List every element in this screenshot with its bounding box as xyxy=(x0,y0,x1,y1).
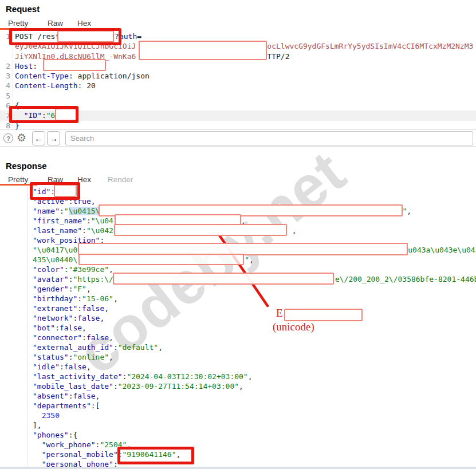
code-token: "\u0417\u0 xyxy=(33,246,77,254)
code-token: , xyxy=(127,440,131,449)
code-token: 2350 xyxy=(42,411,60,420)
code-token: "https:\/ xyxy=(73,275,113,283)
code-token: "9190641146" xyxy=(123,450,176,459)
code-token: : xyxy=(50,187,55,196)
code-token: Content-Length xyxy=(15,81,78,90)
code-line: "status":"online", xyxy=(0,352,476,362)
tab-response-hex[interactable]: Hex xyxy=(77,175,91,184)
code-token: : xyxy=(113,343,118,352)
code-line: 7 "ID":"63 xyxy=(0,111,476,120)
code-token: false xyxy=(64,362,86,371)
code-token xyxy=(33,450,42,459)
arrow-left-icon: ← xyxy=(34,133,43,143)
code-token xyxy=(33,440,42,449)
code-token: "ID" xyxy=(24,111,42,120)
prev-match-button[interactable]: ← xyxy=(32,131,45,145)
code-token: { xyxy=(15,101,19,110)
response-editor[interactable]: "id":63"active":true,"name":"\u0415\","f… xyxy=(0,187,476,469)
code-token: , xyxy=(86,362,91,371)
tab-request-pretty[interactable]: Pretty xyxy=(8,19,28,27)
help-icon[interactable]: ? xyxy=(3,133,13,143)
code-token: "status" xyxy=(33,353,69,361)
code-line: "avatar":"https:\/e\/200_200_2\/03586bfe… xyxy=(0,274,476,284)
code-token: POST /rest/ xyxy=(15,32,64,41)
code-token: "2024-04-03T12:30:02+03:00" xyxy=(127,372,247,381)
code-token: : xyxy=(118,450,123,459)
code-token: false xyxy=(82,304,104,313)
request-active-tab-underline xyxy=(0,28,37,30)
code-token: "extranet" xyxy=(33,304,77,313)
code-line: "extranet":false, xyxy=(0,304,476,313)
code-token: , xyxy=(109,333,113,342)
code-line: 2350 xyxy=(0,411,476,420)
tab-request-hex[interactable]: Hex xyxy=(77,19,91,27)
code-token: : 20 xyxy=(78,81,96,90)
code-token: "first_name" xyxy=(33,216,86,225)
code-token: : xyxy=(86,216,91,225)
code-token: Content-Type xyxy=(15,72,69,80)
search-input[interactable] xyxy=(65,131,473,145)
line-number: 5 xyxy=(0,91,10,101)
code-token: "bot" xyxy=(33,324,55,332)
bottom-clip-strip xyxy=(0,467,476,469)
code-line: "phones":{ xyxy=(0,430,476,440)
response-pane-title: Response xyxy=(6,161,47,171)
code-token: , xyxy=(407,207,411,215)
code-line: "color":"#3e99ce", xyxy=(0,265,476,274)
arrow-right-icon: → xyxy=(49,133,58,143)
code-token: "birthday" xyxy=(33,294,77,303)
line-number: 3 xyxy=(0,71,10,81)
code-token: "external_auth_id" xyxy=(33,343,113,352)
code-token: "gender" xyxy=(33,285,69,293)
code-line: ], xyxy=(0,420,476,430)
code-token: , xyxy=(91,197,96,206)
code-token: , xyxy=(109,353,113,361)
code-token: "connector" xyxy=(33,333,82,342)
code-line: "name":"\u0415\", xyxy=(0,206,476,216)
code-line: 5 xyxy=(0,91,476,101)
code-token: : xyxy=(77,304,82,313)
code-token: "work_phone" xyxy=(42,440,96,449)
tab-response-render: Render xyxy=(108,175,133,184)
code-line: "mobile_last_date":"2023-09-27T11:54:14+… xyxy=(0,381,476,391)
code-token: } xyxy=(15,121,19,130)
code-token: auth xyxy=(119,32,137,41)
code-token: : xyxy=(42,111,46,120)
message-editor-toolbar: ? ⚙ ← → xyxy=(0,129,476,147)
code-token: , xyxy=(241,216,246,225)
gear-icon[interactable]: ⚙ xyxy=(17,131,26,144)
code-token: , xyxy=(82,324,86,332)
code-token: , xyxy=(176,450,180,459)
code-token: : xyxy=(100,236,104,245)
code-token: " xyxy=(245,255,249,264)
line-number: 7 xyxy=(0,111,10,120)
code-line: "birthday":"15-06", xyxy=(0,294,476,304)
code-token: "2023-09-27T11:54:14+03:00" xyxy=(118,382,239,391)
code-token: , xyxy=(248,372,253,381)
tab-response-pretty[interactable]: Pretty xyxy=(8,175,28,184)
code-line: "work_position": xyxy=(0,235,476,245)
code-token: , xyxy=(158,343,163,352)
tab-response-raw[interactable]: Raw xyxy=(48,175,63,184)
annotation-label: E xyxy=(276,307,283,320)
next-match-button[interactable]: → xyxy=(47,131,60,145)
code-token: "name" xyxy=(33,207,60,215)
tab-request-raw[interactable]: Raw xyxy=(48,19,63,27)
code-token: , xyxy=(239,382,243,391)
code-token: "last_activity_date" xyxy=(33,372,123,381)
code-token: : xyxy=(60,362,64,371)
code-line: "active":true, xyxy=(0,196,476,206)
code-token: : xyxy=(113,382,118,391)
code-token: "network" xyxy=(33,314,73,322)
code-line: "bot":false, xyxy=(0,323,476,333)
code-token: "63 xyxy=(46,111,60,120)
code-token: "personal_mobile" xyxy=(42,450,118,459)
code-token: "work_position" xyxy=(33,236,100,245)
code-token: "color" xyxy=(33,265,64,274)
code-token: false xyxy=(86,333,109,342)
code-token: "departments" xyxy=(33,401,91,410)
code-token: Host xyxy=(15,62,33,70)
request-editor[interactable]: 1POST /rest/?auth=eyJ0eXAiOiJKV1QiLCJhbG… xyxy=(0,31,476,131)
code-token: { xyxy=(73,431,77,439)
code-line: "idle":false, xyxy=(0,362,476,372)
